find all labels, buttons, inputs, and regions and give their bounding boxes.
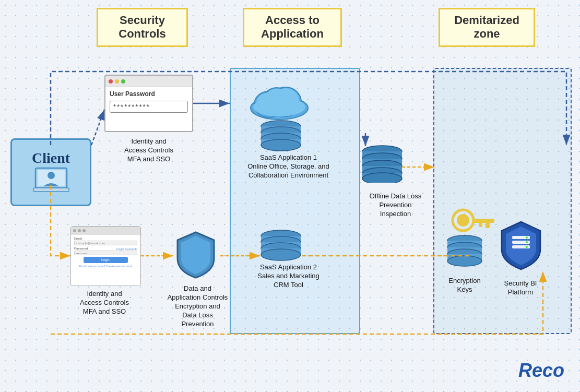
signup-text: Don't have account? Create new account! [74,265,137,268]
password-box-header [105,76,192,87]
saas-app1-label: SaaS Application 1Online Office, Storage… [238,153,339,180]
svg-point-51 [526,241,528,243]
password-field: ********** [110,101,188,113]
email-row: Email example@email.com [74,237,137,245]
svg-rect-39 [479,222,482,227]
login-box-header [71,227,140,235]
data-app-controls-label: Data andApplication ControlsEncryption a… [155,284,241,328]
encryption-keys-label: EncryptionKeys [439,277,491,294]
sdot3 [82,229,86,232]
db-stack-1 [260,120,302,151]
diagram-container: Security Controls Access to Application … [0,0,580,392]
svg-rect-38 [486,222,490,228]
header-security-controls: Security Controls [97,8,188,47]
svg-rect-3 [33,188,69,192]
header-demitarized-label: Demitarized zone [454,14,519,40]
laptop-icon [33,167,69,195]
offline-dlp-db [361,145,403,183]
client-box: Client [10,138,91,206]
svg-point-52 [526,246,528,248]
svg-point-25 [261,249,301,260]
cloud-icon [248,81,311,120]
svg-point-18 [261,139,301,151]
password-label: Password [74,247,88,250]
security-bi-label: Security BIPlatform [492,279,549,297]
signup-link[interactable]: Create new account! [106,265,132,268]
email-input[interactable]: example@email.com [74,241,137,245]
forgot-password[interactable]: Forgot password? [116,247,137,251]
sdot1 [73,229,76,232]
svg-point-2 [48,172,55,179]
user-password-title: User Password [105,87,192,99]
dot-red [109,79,113,84]
identity-access-label-bottom: Identity andAccess ControlsMFA and SSO [65,290,144,316]
svg-rect-37 [472,219,494,223]
header-security-label: Security Controls [119,14,165,40]
saas-app2-label: SaaS Application 2Sales and MarketingCRM… [238,263,339,290]
user-password-box: User Password ********** [104,75,193,132]
header-access-label: Access to Application [261,14,324,40]
svg-point-36 [457,214,469,227]
reco-brand: Reco [518,360,564,382]
identity-access-label-top: Identity andAccess ControlsMFA and SSO [102,137,196,164]
encryption-keys-db [446,235,483,269]
offline-dlp-label: Offline Data LossPreventionInspection [355,192,436,219]
svg-point-11 [266,89,288,108]
login-form-content: Email example@email.com Password Forgot … [71,235,140,270]
dot-green [121,79,125,84]
header-demitarized-zone: Demitarized zone [439,8,535,47]
client-label: Client [32,150,70,167]
svg-point-50 [526,236,528,239]
key-icon [450,206,494,235]
header-access-application: Access to Application [243,8,342,47]
svg-point-46 [447,256,482,266]
dot-yellow [115,79,119,84]
svg-point-34 [362,173,402,183]
login-button[interactable]: Login [84,257,128,263]
login-form-box: Email example@email.com Password Forgot … [70,226,141,286]
password-input[interactable]: ············ [74,251,137,255]
password-row: Password Forgot password? ············ [74,247,137,255]
shield-icon [172,230,219,279]
email-label: Email [74,237,137,240]
db-stack-2 [260,230,302,261]
security-bi-icon [498,219,545,271]
sdot2 [78,229,81,232]
